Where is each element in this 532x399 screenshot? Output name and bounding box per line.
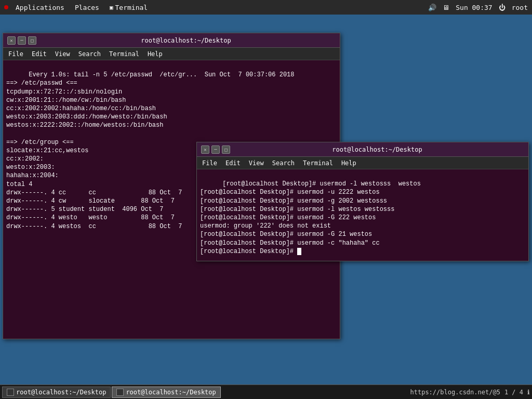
titlebar-2[interactable]: ✕ ─ □ root@localhost:~/Desktop: [197, 142, 528, 157]
system-bar-left: Applications Places ▣ Terminal: [4, 3, 152, 12]
edit-menu-2[interactable]: Edit: [222, 158, 244, 168]
taskbar: root@localhost:~/Desktop root@localhost:…: [0, 384, 532, 399]
info-icon: ℹ: [527, 389, 530, 396]
titlebar-buttons-1: ✕ ─ □: [7, 36, 36, 45]
view-menu-1[interactable]: View: [52, 49, 73, 59]
help-menu-1[interactable]: Help: [144, 49, 166, 59]
search-menu-2[interactable]: Search: [269, 158, 298, 168]
title-2: root@localhost:~/Desktop: [230, 146, 524, 153]
close-button-1[interactable]: ✕: [7, 36, 16, 45]
cursor: [297, 248, 301, 255]
taskbar-url: https://blog.csdn.net/@5: [410, 389, 500, 396]
menubar-2: File Edit View Search Terminal Help: [197, 157, 528, 169]
terminal-icon-2: [116, 389, 124, 396]
terminal-window-2: ✕ ─ □ root@localhost:~/Desktop File Edit…: [196, 142, 529, 261]
red-dot-icon: [4, 5, 8, 9]
terminal-menu-2[interactable]: Terminal: [300, 158, 336, 168]
menubar-1: File Edit View Search Terminal Help: [3, 48, 340, 60]
terminal-content-2: [root@localhost Desktop]# usermod -l wes…: [197, 169, 528, 266]
close-button-2[interactable]: ✕: [201, 145, 209, 154]
taskbar-item-1[interactable]: root@localhost:~/Desktop: [2, 387, 111, 398]
maximize-button-2[interactable]: □: [222, 145, 230, 154]
file-menu-2[interactable]: File: [199, 158, 220, 168]
taskbar-item-2[interactable]: root@localhost:~/Desktop: [112, 387, 220, 398]
username: root: [512, 4, 528, 11]
help-menu-2[interactable]: Help: [338, 158, 360, 168]
volume-icon: 🔊: [428, 4, 436, 11]
system-bar: Applications Places ▣ Terminal 🔊 🖥 Sun 0…: [0, 0, 532, 15]
minimize-button-1[interactable]: ─: [18, 36, 26, 45]
system-bar-right: 🔊 🖥 Sun 00:37 ⏻ root: [428, 4, 528, 11]
desktop: ✕ ─ □ root@localhost:~/Desktop File Edit…: [0, 15, 532, 399]
titlebar-1[interactable]: ✕ ─ □ root@localhost:~/Desktop: [3, 33, 340, 48]
applications-menu[interactable]: Applications: [11, 3, 69, 12]
view-menu-2[interactable]: View: [246, 158, 267, 168]
terminal-icon-1: [7, 389, 14, 396]
minimize-button-2[interactable]: ─: [211, 145, 220, 154]
clock: Sun 00:37: [456, 4, 492, 11]
power-icon: ⏻: [499, 4, 506, 11]
places-menu[interactable]: Places: [71, 3, 103, 12]
taskbar-right: https://blog.csdn.net/@5 1 / 4 ℹ: [410, 389, 530, 396]
maximize-button-1[interactable]: □: [28, 36, 36, 45]
title-1: root@localhost:~/Desktop: [36, 37, 336, 44]
titlebar-buttons-2: ✕ ─ □: [201, 145, 230, 154]
terminal-menu-1[interactable]: Terminal: [106, 49, 142, 59]
search-menu-1[interactable]: Search: [75, 49, 104, 59]
file-menu-1[interactable]: File: [5, 49, 26, 59]
edit-menu-1[interactable]: Edit: [29, 49, 50, 59]
taskbar-page: 1 / 4: [504, 389, 523, 396]
terminal-menu[interactable]: ▣ Terminal: [105, 3, 152, 12]
display-icon: 🖥: [443, 4, 449, 11]
